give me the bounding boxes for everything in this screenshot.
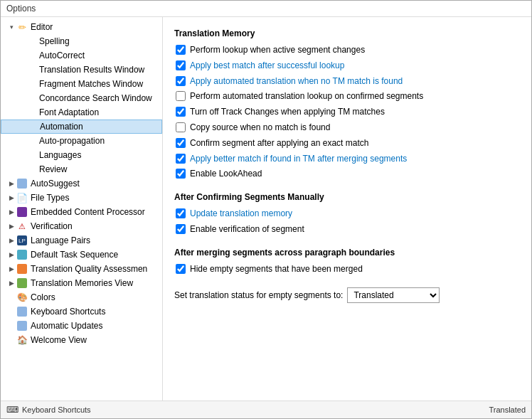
sidebar-label-task-seq: Default Task Sequence xyxy=(31,250,118,260)
option-label-opt12: Hide empty segments that have been merge… xyxy=(190,263,363,275)
sidebar-item-tqa[interactable]: ▶Translation Quality Assessmen xyxy=(1,262,162,276)
expander-file-types[interactable]: ▶ xyxy=(6,194,16,201)
status-select[interactable]: TranslatedDraftApprovedRejected xyxy=(347,287,440,303)
checkbox-opt5[interactable] xyxy=(176,107,186,117)
expander-tm-view[interactable]: ▶ xyxy=(6,280,16,287)
option-row-opt1: Perform lookup when active segment chang… xyxy=(174,44,520,56)
sidebar-item-welcome[interactable]: 🏠Welcome View xyxy=(1,333,162,347)
checkbox-opt8[interactable] xyxy=(176,154,186,164)
langpairs-icon: LP xyxy=(16,235,28,246)
pencil-icon: ✏ xyxy=(16,21,28,33)
sidebar-label-lang-pairs: Language Pairs xyxy=(31,235,90,245)
sidebar-item-fragment-matches[interactable]: Fragment Matches Window xyxy=(1,77,162,91)
option-label-opt6: Copy source when no match is found xyxy=(190,122,330,134)
option-row-opt3: Apply automated translation when no TM m… xyxy=(174,75,520,87)
footer-bar: ⌨ Keyboard Shortcuts Translated xyxy=(1,401,531,418)
checkbox-opt3[interactable] xyxy=(176,76,186,86)
section-title-after-confirming: After Confirming Segments Manually xyxy=(174,192,520,202)
checkbox-opt9[interactable] xyxy=(176,169,186,179)
sidebar-item-automation[interactable]: Automation xyxy=(1,120,162,134)
task-icon xyxy=(16,249,28,260)
checkbox-opt4[interactable] xyxy=(176,91,186,101)
option-label-opt7: Confirm segment after applying an exact … xyxy=(190,137,368,149)
sidebar-item-spelling[interactable]: Spelling xyxy=(1,34,162,48)
expander-lang-pairs[interactable]: ▶ xyxy=(6,237,16,244)
sidebar-label-font-adaptation: Font Adaptation xyxy=(39,107,99,117)
expander-autosuggest[interactable]: ▶ xyxy=(6,180,16,187)
sidebar-label-file-types: File Types xyxy=(31,193,69,203)
expander-embedded[interactable]: ▶ xyxy=(6,208,16,216)
sidebar-item-review[interactable]: Review xyxy=(1,162,162,176)
sidebar-item-tm-view[interactable]: ▶Translation Memories View xyxy=(1,276,162,290)
checkbox-opt2[interactable] xyxy=(176,60,186,70)
option-label-opt3: Apply automated translation when no TM m… xyxy=(190,75,403,87)
sidebar-item-auto-propagation[interactable]: Auto-propagation xyxy=(1,134,162,148)
option-row-opt6: Copy source when no match is found xyxy=(174,122,520,134)
expander-tqa[interactable]: ▶ xyxy=(6,265,16,272)
option-label-opt11: Enable verification of segment xyxy=(190,223,304,235)
expander-task-seq[interactable]: ▶ xyxy=(6,251,16,258)
verification-icon: ⚠ xyxy=(16,221,28,232)
sidebar-item-file-types[interactable]: ▶📄File Types xyxy=(1,191,162,205)
sidebar-item-lang-pairs[interactable]: ▶LPLanguage Pairs xyxy=(1,233,162,248)
checkbox-opt7[interactable] xyxy=(176,138,186,148)
option-row-opt9: Enable LookAhead xyxy=(174,168,520,180)
option-row-opt2: Apply best match after successful lookup xyxy=(174,60,520,72)
option-label-opt1: Perform lookup when active segment chang… xyxy=(190,44,365,56)
sidebar-label-tqa: Translation Quality Assessmen xyxy=(31,264,147,274)
sidebar: ▾✏EditorSpellingAutoCorrectTranslation R… xyxy=(1,17,163,401)
sidebar-item-keyboard[interactable]: Keyboard Shortcuts xyxy=(1,304,162,319)
translated-footer[interactable]: Translated xyxy=(489,405,526,414)
expander-editor[interactable]: ▾ xyxy=(6,23,16,31)
sidebar-label-auto-updates: Automatic Updates xyxy=(31,321,102,331)
sidebar-label-embedded: Embedded Content Processor xyxy=(31,207,145,217)
option-row-opt7: Confirm segment after applying an exact … xyxy=(174,137,520,149)
sidebar-label-spelling: Spelling xyxy=(39,36,70,46)
option-label-opt2: Apply best match after successful lookup xyxy=(190,60,344,72)
keyboard-shortcuts-label: Keyboard Shortcuts xyxy=(22,405,91,414)
status-row: Set translation status for empty segment… xyxy=(174,287,520,303)
tqa-icon xyxy=(16,263,28,275)
status-label: Set translation status for empty segment… xyxy=(174,290,343,300)
sidebar-item-translation-results[interactable]: Translation Results Window xyxy=(1,63,162,77)
sidebar-label-automation: Automation xyxy=(40,122,83,132)
checkbox-opt6[interactable] xyxy=(176,122,186,132)
autoupdate-icon xyxy=(16,320,28,332)
sidebar-item-autocorrect[interactable]: AutoCorrect xyxy=(1,48,162,63)
translated-label: Translated xyxy=(489,405,526,414)
option-label-opt9: Enable LookAhead xyxy=(190,168,262,180)
checkbox-opt10[interactable] xyxy=(176,208,186,218)
keyboard-icon: ⌨ xyxy=(6,404,18,415)
file-icon: 📄 xyxy=(16,192,28,203)
sidebar-item-concordance[interactable]: Concordance Search Window xyxy=(1,91,162,105)
option-row-opt12: Hide empty segments that have been merge… xyxy=(174,263,520,275)
expander-verification[interactable]: ▶ xyxy=(6,223,16,230)
sidebar-label-translation-results: Translation Results Window xyxy=(39,65,144,75)
checkbox-opt11[interactable] xyxy=(176,224,186,234)
section-title-translation-memory: Translation Memory xyxy=(174,28,520,38)
option-label-opt8: Apply better match if found in TM after … xyxy=(190,153,407,165)
sidebar-label-editor: Editor xyxy=(31,22,53,32)
sidebar-item-autosuggest[interactable]: ▶AutoSuggest xyxy=(1,176,162,191)
autosuggest-icon xyxy=(16,178,28,189)
title-bar: Options xyxy=(1,1,531,17)
sidebar-item-verification[interactable]: ▶⚠Verification xyxy=(1,219,162,233)
sidebar-item-task-seq[interactable]: ▶Default Task Sequence xyxy=(1,248,162,262)
options-window: Options ▾✏EditorSpellingAutoCorrectTrans… xyxy=(0,0,532,419)
sidebar-item-auto-updates[interactable]: Automatic Updates xyxy=(1,319,162,333)
sidebar-item-embedded[interactable]: ▶Embedded Content Processor xyxy=(1,205,162,219)
checkbox-opt12[interactable] xyxy=(176,264,186,274)
sidebar-item-colors[interactable]: 🎨Colors xyxy=(1,290,162,304)
option-label-opt4: Perform automated translation lookup on … xyxy=(190,90,423,102)
sidebar-item-languages[interactable]: Languages xyxy=(1,148,162,162)
checkbox-opt1[interactable] xyxy=(176,45,186,55)
option-row-opt4: Perform automated translation lookup on … xyxy=(174,90,520,102)
sidebar-label-verification: Verification xyxy=(31,221,73,231)
keyboard-shortcuts-footer[interactable]: ⌨ Keyboard Shortcuts xyxy=(6,404,91,415)
sidebar-label-keyboard: Keyboard Shortcuts xyxy=(31,307,105,317)
sidebar-item-editor[interactable]: ▾✏Editor xyxy=(1,20,162,34)
sidebar-label-autocorrect: AutoCorrect xyxy=(39,51,85,60)
sidebar-item-font-adaptation[interactable]: Font Adaptation xyxy=(1,105,162,120)
sidebar-label-welcome: Welcome View xyxy=(31,335,87,345)
sidebar-label-review: Review xyxy=(39,164,67,174)
